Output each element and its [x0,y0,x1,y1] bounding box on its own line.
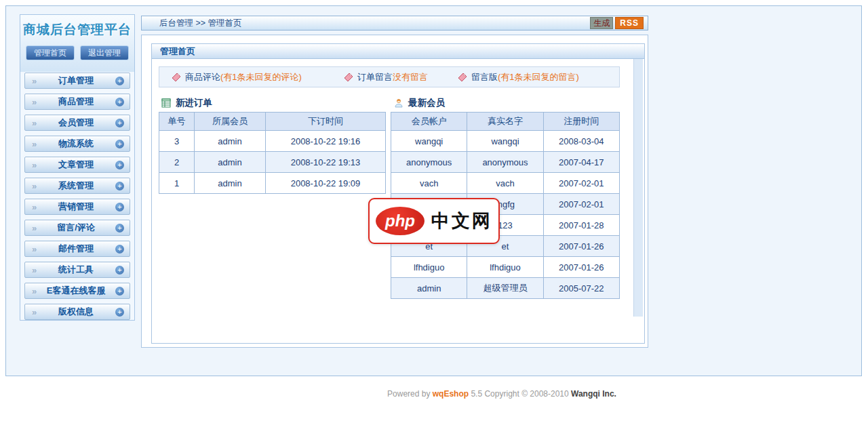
rss-badge[interactable]: RSS [615,17,644,29]
app-title: 商城后台管理平台 [20,21,134,39]
footer-powered: Powered by [387,389,433,399]
table-cell: 2007-04-17 [543,152,619,173]
tag-icon [344,73,353,82]
expand-plus-icon[interactable]: + [115,203,124,211]
orders-title-text: 新进订单 [176,97,212,109]
logo-box: 商城后台管理平台 管理首页 退出管理 [20,15,134,72]
sidebar-item-label: 邮件管理 [37,243,115,255]
table-grid-icon [161,98,171,108]
table-cell: 2008-10-22 19:16 [266,131,386,152]
table-cell: 超级管理员 [467,278,543,299]
sidebar-item-label: 系统管理 [37,180,115,192]
table-cell: 2007-02-01 [543,194,619,215]
sidebar-item-10[interactable]: »E客通在线客服+ [24,283,130,299]
footer-brand[interactable]: wqEshop [433,389,469,399]
table-cell: 2 [159,152,195,173]
table-cell: 2007-02-01 [543,173,619,194]
expand-plus-icon[interactable]: + [115,98,124,106]
double-chevron-icon: » [32,118,37,128]
table-row: vachvach2007-02-01 [391,173,620,194]
panel-scroll-gutter [633,59,643,317]
sidebar-item-9[interactable]: »统计工具+ [24,262,130,278]
expand-plus-icon[interactable]: + [115,161,124,169]
table-row: 1admin2008-10-22 19:09 [159,173,386,194]
notice-product-comments[interactable]: 商品评论(有1条未回复的评论) [172,71,302,83]
table-row: 3admin2008-10-22 19:16 [159,131,386,152]
table-cell: admin [195,152,266,173]
sidebar-item-label: 物流系统 [37,138,115,150]
sidebar-item-5[interactable]: »系统管理+ [24,178,130,194]
column-header: 单号 [159,113,195,131]
table-cell: vach [391,173,467,194]
table-cell: anonymous [467,152,543,173]
sidebar-item-label: 留言/评论 [37,222,115,234]
double-chevron-icon: » [32,160,37,170]
sidebar-item-3[interactable]: »物流系统+ [24,136,130,152]
column-header: 会员帐户 [391,113,467,131]
table-cell: vach [467,173,543,194]
sidebar-item-label: 文章管理 [37,159,115,171]
table-cell: 2008-10-22 19:13 [266,152,386,173]
table-cell: wangqi [391,131,467,152]
double-chevron-icon: » [32,97,37,107]
expand-plus-icon[interactable]: + [115,224,124,233]
notice-highlight: (有1条未回复的留言) [498,71,579,83]
sidebar-item-0[interactable]: »订单管理+ [24,73,130,89]
php-cn-watermark: php 中文网 [368,198,500,244]
expand-plus-icon[interactable]: + [115,77,124,85]
table-cell: lfhdiguo [391,257,467,278]
notice-highlight: (有1条未回复的评论) [220,71,302,83]
sidebar-item-4[interactable]: »文章管理+ [24,157,130,173]
table-cell: anonymous [391,152,467,173]
sidebar-item-2[interactable]: »会员管理+ [24,115,130,131]
expand-plus-icon[interactable]: + [115,287,124,296]
table-cell: 2007-01-26 [543,257,619,278]
sidebar-item-7[interactable]: »留言/评论+ [24,220,130,236]
sidebar-item-8[interactable]: »邮件管理+ [24,241,130,257]
admin-home-button[interactable]: 管理首页 [26,45,75,60]
double-chevron-icon: » [32,223,37,233]
panel-title: 管理首页 [152,44,644,59]
double-chevron-icon: » [32,76,37,86]
page-frame: 商城后台管理平台 管理首页 退出管理 »订单管理+»商品管理+»会员管理+»物流… [5,5,862,376]
logout-button[interactable]: 退出管理 [80,45,129,60]
notice-guestbook[interactable]: 留言版(有1条未回复的留言) [458,71,579,83]
notice-label: 商品评论 [185,71,220,83]
footer-version: 5.5 [469,389,484,399]
double-chevron-icon: » [32,265,37,275]
expand-plus-icon[interactable]: + [115,182,124,190]
table-cell: 2007-01-26 [543,236,619,257]
sidebar: 商城后台管理平台 管理首页 退出管理 »订单管理+»商品管理+»会员管理+»物流… [20,14,135,321]
sidebar-item-11[interactable]: »版权信息+ [24,304,130,320]
table-row: anonymousanonymous2007-04-17 [391,152,620,173]
tag-icon [172,73,181,82]
table-cell: 2007-01-28 [543,215,619,236]
table-row: wangqiwangqi2008-03-04 [391,131,620,152]
column-header: 所属会员 [195,113,266,131]
sidebar-item-label: 会员管理 [37,117,115,129]
double-chevron-icon: » [32,307,37,317]
notice-label: 订单留言 [357,71,393,83]
sidebar-menu: »订单管理+»商品管理+»会员管理+»物流系统+»文章管理+»系统管理+»营销管… [20,73,134,325]
sidebar-item-label: E客通在线客服 [37,285,115,297]
sidebar-item-label: 商品管理 [37,96,115,108]
watermark-text: 中文网 [431,209,492,233]
generate-button[interactable]: 生成 [590,17,613,29]
column-header: 注册时间 [543,113,619,131]
column-header: 真实名字 [467,113,543,131]
table-row: admin超级管理员2005-07-22 [391,278,620,299]
expand-plus-icon[interactable]: + [115,266,124,275]
notice-order-messages[interactable]: 订单留言没有留言 [344,71,428,83]
sidebar-item-6[interactable]: »营销管理+ [24,199,130,215]
expand-plus-icon[interactable]: + [115,245,124,254]
sidebar-item-label: 版权信息 [37,306,115,318]
expand-plus-icon[interactable]: + [115,308,124,317]
expand-plus-icon[interactable]: + [115,119,124,127]
sidebar-item-1[interactable]: »商品管理+ [24,94,130,110]
table-cell: lfhdiguo [467,257,543,278]
column-header: 下订时间 [266,113,386,131]
expand-plus-icon[interactable]: + [115,140,124,148]
members-title-text: 最新会员 [408,97,445,109]
person-icon [394,98,403,108]
table-row: 2admin2008-10-22 19:13 [159,152,386,173]
